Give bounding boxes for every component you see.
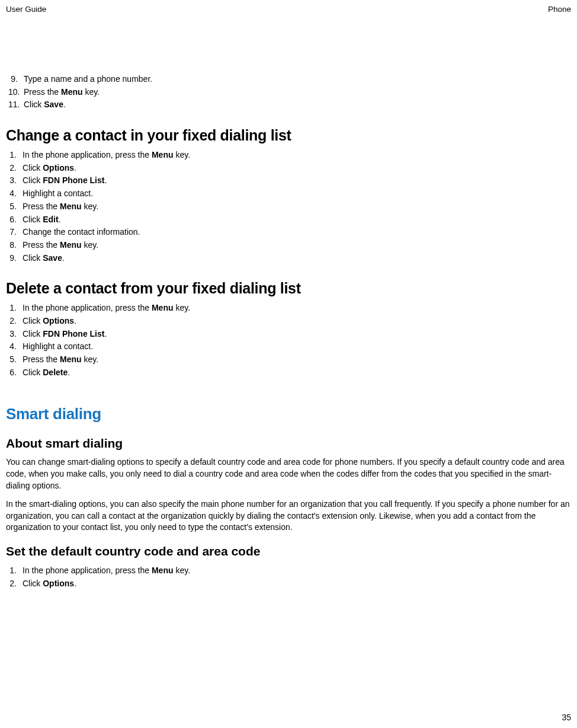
step-text: In the phone application, press the Menu… xyxy=(23,149,571,162)
text-run: . xyxy=(74,579,76,588)
text-run: Press the xyxy=(24,87,61,97)
step: 6.Click Delete. xyxy=(6,366,571,379)
text-run: . xyxy=(63,100,66,109)
step: 2.Click Options. xyxy=(6,577,571,590)
bold-term: Menu xyxy=(61,87,83,97)
step-number: 1. xyxy=(8,302,23,315)
step-number: 1. xyxy=(8,149,23,162)
step-text: Press the Menu key. xyxy=(24,86,571,99)
step-number: 4. xyxy=(8,187,23,200)
step-text: Highlight a contact. xyxy=(23,340,571,353)
step-text: Change the contact information. xyxy=(23,226,571,239)
page-content: 9. Type a name and a phone number. 10. P… xyxy=(0,14,577,590)
step-number: 3. xyxy=(8,328,23,341)
text-run: Click xyxy=(23,579,43,588)
step: 8.Press the Menu key. xyxy=(6,239,571,252)
step-text: Click Delete. xyxy=(23,366,571,379)
heading-smart-dialing: Smart dialing xyxy=(6,405,571,423)
step: 10. Press the Menu key. xyxy=(6,86,571,99)
step-text: Type a name and a phone number. xyxy=(24,73,571,86)
text-run: key. xyxy=(82,240,99,250)
step-text: Click Options. xyxy=(23,315,571,328)
step-number: 4. xyxy=(8,340,23,353)
step-number: 8. xyxy=(8,239,23,252)
delete-contact-steps: 1.In the phone application, press the Me… xyxy=(6,302,571,379)
page-number: 35 xyxy=(562,713,571,722)
step: 7.Change the contact information. xyxy=(6,226,571,239)
step-text: Click FDN Phone List. xyxy=(23,174,571,187)
change-contact-steps: 1.In the phone application, press the Me… xyxy=(6,149,571,264)
bold-term: Menu xyxy=(152,303,174,312)
step: 5.Press the Menu key. xyxy=(6,353,571,366)
step: 9. Type a name and a phone number. xyxy=(6,73,571,86)
heading-set-default-codes: Set the default country code and area co… xyxy=(6,544,571,558)
text-run: key. xyxy=(174,566,191,575)
text-run: key. xyxy=(83,87,100,97)
step-number: 9. xyxy=(8,252,23,265)
bold-term: Menu xyxy=(152,150,174,159)
step-text: Click Options. xyxy=(23,577,571,590)
paragraph: In the smart-dialing options, you can al… xyxy=(6,499,571,534)
text-run: In the phone application, press the xyxy=(23,150,152,159)
bold-term: Options xyxy=(43,163,74,173)
step-number: 9. xyxy=(8,73,24,86)
bold-term: Options xyxy=(43,579,74,588)
text-run: . xyxy=(104,175,107,185)
text-run: Click xyxy=(23,316,43,325)
step-number: 11. xyxy=(8,98,24,111)
text-run: Click xyxy=(23,163,43,173)
text-run: . xyxy=(74,163,76,173)
bold-term: Menu xyxy=(60,202,82,211)
step: 2.Click Options. xyxy=(6,162,571,175)
set-default-codes-steps: 1.In the phone application, press the Me… xyxy=(6,564,571,590)
step-text: In the phone application, press the Menu… xyxy=(23,302,571,315)
text-run: Click xyxy=(23,215,43,224)
text-run: . xyxy=(62,253,65,263)
text-run: Press the xyxy=(23,240,60,250)
text-run: . xyxy=(68,368,70,377)
bold-term: Menu xyxy=(60,355,82,364)
step-text: Click FDN Phone List. xyxy=(23,328,571,341)
text-run: key. xyxy=(174,303,191,312)
text-run: . xyxy=(104,329,107,339)
bold-term: Save xyxy=(44,100,63,109)
bold-term: FDN Phone List xyxy=(43,329,104,339)
heading-delete-contact: Delete a contact from your fixed dialing… xyxy=(6,280,571,297)
step-text: Click Save. xyxy=(24,98,571,111)
text-run: In the phone application, press the xyxy=(23,303,152,312)
step-text: Click Edit. xyxy=(23,213,571,226)
step-text: Press the Menu key. xyxy=(23,200,571,213)
text-run: Press the xyxy=(23,355,60,364)
step: 11. Click Save. xyxy=(6,98,571,111)
step-number: 5. xyxy=(8,200,23,213)
continuation-steps: 9. Type a name and a phone number. 10. P… xyxy=(6,73,571,111)
bold-term: Menu xyxy=(60,240,82,250)
text-run: . xyxy=(74,316,76,325)
text-run: key. xyxy=(82,355,99,364)
step: 3.Click FDN Phone List. xyxy=(6,174,571,187)
heading-about-smart-dialing: About smart dialing xyxy=(6,436,571,451)
step-text: Press the Menu key. xyxy=(23,353,571,366)
bold-term: FDN Phone List xyxy=(43,175,104,185)
step-number: 5. xyxy=(8,353,23,366)
step: 6.Click Edit. xyxy=(6,213,571,226)
text-run: Click xyxy=(24,100,44,109)
bold-term: Edit xyxy=(43,215,58,224)
text-run: Click xyxy=(23,253,43,263)
page-header: User Guide Phone xyxy=(0,0,577,14)
text-run: . xyxy=(59,215,61,224)
step: 1.In the phone application, press the Me… xyxy=(6,302,571,315)
step-number: 3. xyxy=(8,174,23,187)
paragraph: You can change smart-dialing options to … xyxy=(6,456,571,491)
bold-term: Delete xyxy=(43,368,68,377)
text-run: Click xyxy=(23,329,43,339)
step-text: Press the Menu key. xyxy=(23,239,571,252)
text-run: Press the xyxy=(23,202,60,211)
step-text: Click Save. xyxy=(23,252,571,265)
step: 1.In the phone application, press the Me… xyxy=(6,149,571,162)
text-run: In the phone application, press the xyxy=(23,566,152,575)
text-run: key. xyxy=(82,202,99,211)
step-number: 7. xyxy=(8,226,23,239)
step: 9.Click Save. xyxy=(6,252,571,265)
step-text: In the phone application, press the Menu… xyxy=(23,564,571,577)
